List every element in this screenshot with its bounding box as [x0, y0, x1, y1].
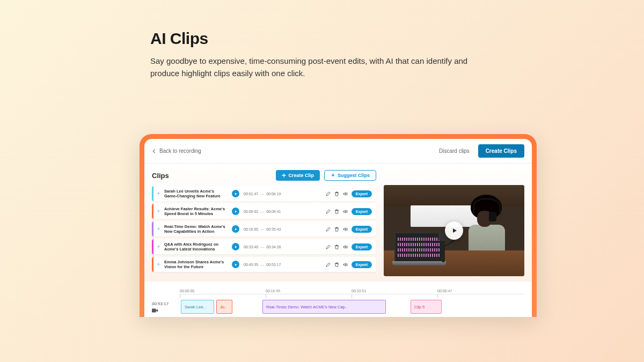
play-icon	[235, 210, 237, 213]
clip-timecodes: 00:33:40—00:34:28	[244, 245, 281, 249]
create-clip-button[interactable]: Create Clip	[276, 170, 320, 181]
camera-icon	[152, 308, 158, 313]
clips-section-title: Clips	[152, 172, 276, 180]
clip-title: Q&A with Alex Rodriguez on Acme's Latest…	[164, 242, 228, 252]
clip-end: 00:34:28	[266, 245, 281, 249]
clip-title: Achieve Faster Results: Acme's Speed Boo…	[164, 206, 228, 216]
suggest-clips-button[interactable]: Suggest Clips	[324, 170, 376, 181]
export-button[interactable]: Export	[352, 190, 372, 197]
play-clip-button[interactable]	[232, 190, 239, 197]
suggest-clips-label: Suggest Clips	[338, 173, 370, 178]
timeline-clip[interactable]: Real-Times Demo: Watch ACME's New Cap..	[262, 300, 386, 314]
clip-row[interactable]: Real-Time Demo: Watch Acme's New Capabil…	[152, 221, 376, 237]
trash-icon[interactable]	[334, 191, 339, 196]
play-icon	[235, 193, 237, 195]
edit-icon[interactable]	[326, 209, 331, 214]
chevron-left-icon	[152, 149, 156, 153]
clip-timecodes: 00:45:55—00:53:17	[244, 263, 281, 267]
volume-icon[interactable]	[343, 209, 348, 214]
play-clip-button[interactable]	[232, 261, 239, 268]
play-preview-button[interactable]	[445, 221, 463, 240]
trash-icon[interactable]	[334, 209, 339, 214]
create-clip-label: Create Clip	[288, 173, 314, 178]
clip-title: Real-Time Demo: Watch Acme's New Capabil…	[164, 224, 228, 234]
back-label: Back to recording	[159, 148, 201, 154]
timeline-clip[interactable]: Sarah Lee..	[181, 300, 214, 314]
export-button[interactable]: Export	[352, 226, 372, 233]
clip-row[interactable]: Achieve Faster Results: Acme's Speed Boo…	[152, 204, 376, 219]
trash-icon[interactable]	[334, 227, 339, 232]
edit-icon[interactable]	[326, 262, 331, 267]
timeline-section: 00:00:0000:16:5500:33:5100:50:47 00:53:1…	[144, 282, 532, 317]
timeline-duration: 00:53:17	[152, 301, 180, 306]
page-title: AI Clips	[150, 29, 494, 48]
page-subtitle: Say goodbye to expensive, time-consuming…	[150, 55, 478, 79]
clip-title: Emma Johnson Shares Acme's Vision for th…	[164, 260, 228, 269]
plus-icon	[282, 173, 286, 178]
timeline-clip[interactable]: Clip 5	[411, 300, 442, 314]
play-clip-button[interactable]	[232, 208, 239, 215]
clip-start: 00:33:40	[244, 245, 258, 249]
timeline-track[interactable]: Sarah Lee..Jo..Real-Times Demo: Watch AC…	[180, 300, 524, 315]
play-icon	[235, 228, 237, 231]
volume-icon[interactable]	[343, 227, 348, 232]
app-frame: Back to recording Discard clips Create C…	[140, 134, 537, 317]
edit-icon[interactable]	[326, 227, 331, 232]
sparkle-icon	[156, 191, 161, 196]
volume-icon[interactable]	[343, 262, 348, 267]
svg-rect-0	[152, 309, 156, 313]
clip-timecodes: 00:16:00—00:35:43	[244, 227, 281, 231]
timeline-ruler: 00:00:0000:16:5500:33:5100:50:47	[180, 289, 524, 294]
clip-end: 00:53:17	[266, 263, 281, 267]
clip-timecodes: 00:09:02—00:09:41	[244, 210, 281, 213]
play-icon	[235, 263, 237, 266]
discard-clips-link[interactable]: Discard clips	[439, 148, 470, 154]
clip-title: Sarah Lee Unveils Acme's Game-Changing N…	[164, 189, 228, 198]
sparkle-icon	[331, 173, 335, 178]
clip-end: 00:06:19	[266, 192, 281, 196]
export-button[interactable]: Export	[352, 261, 372, 268]
clip-timecodes: 00:01:47—00:06:19	[244, 192, 281, 196]
clip-end: 00:09:41	[266, 210, 281, 213]
clip-row[interactable]: Sarah Lee Unveils Acme's Game-Changing N…	[152, 186, 376, 201]
trash-icon[interactable]	[334, 245, 339, 249]
video-preview[interactable]	[384, 185, 524, 276]
play-icon	[235, 246, 237, 248]
export-button[interactable]: Export	[352, 243, 372, 250]
clip-start: 00:09:02	[244, 210, 258, 213]
play-clip-button[interactable]	[232, 243, 239, 250]
edit-icon[interactable]	[326, 191, 331, 196]
export-button[interactable]: Export	[352, 208, 372, 215]
topbar: Back to recording Discard clips Create C…	[144, 139, 532, 164]
trash-icon[interactable]	[334, 262, 339, 267]
clip-start: 00:16:00	[244, 227, 258, 231]
volume-icon[interactable]	[343, 245, 348, 249]
play-icon	[452, 228, 457, 233]
timeline-clip[interactable]: Jo..	[216, 300, 232, 314]
sparkle-icon	[156, 209, 161, 214]
clip-start: 00:01:47	[244, 192, 258, 196]
timeline-tick: 00:16:55	[266, 289, 352, 293]
sparkle-icon	[156, 227, 161, 232]
sparkle-icon	[156, 262, 161, 267]
create-clips-button[interactable]: Create Clips	[478, 144, 524, 158]
clip-list: Sarah Lee Unveils Acme's Game-Changing N…	[152, 186, 376, 272]
edit-icon[interactable]	[326, 245, 331, 249]
clip-row[interactable]: Q&A with Alex Rodriguez on Acme's Latest…	[152, 239, 376, 254]
sparkle-icon	[156, 245, 161, 249]
timeline-tick: 00:00:00	[180, 289, 266, 293]
timeline-tick: 00:33:51	[352, 289, 437, 293]
back-to-recording-link[interactable]: Back to recording	[152, 148, 201, 154]
play-clip-button[interactable]	[232, 225, 239, 233]
volume-icon[interactable]	[343, 191, 348, 196]
clip-end: 00:35:43	[266, 227, 281, 231]
clip-start: 00:45:55	[244, 263, 258, 267]
clip-row[interactable]: Emma Johnson Shares Acme's Vision for th…	[152, 257, 376, 272]
timeline-tick: 00:50:47	[437, 289, 523, 293]
